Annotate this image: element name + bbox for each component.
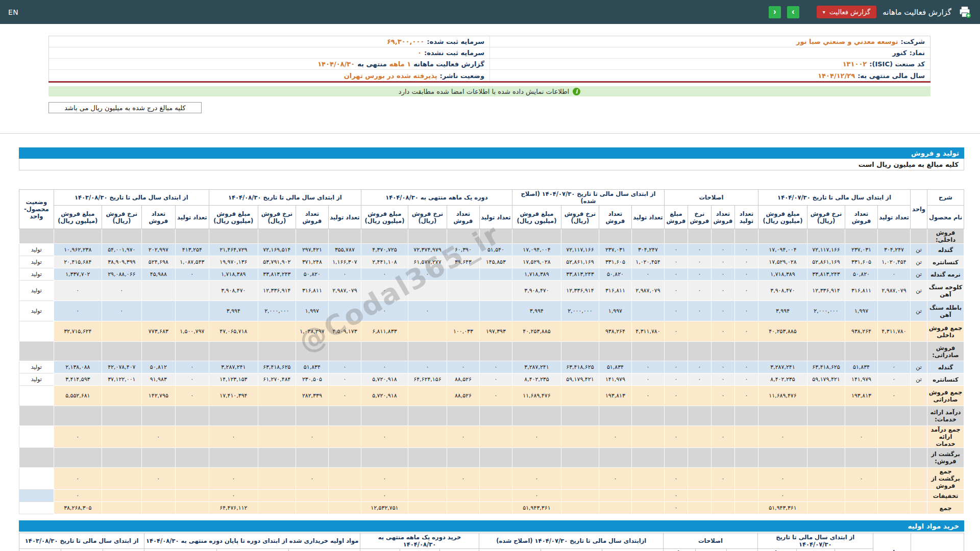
value-cell bbox=[141, 281, 175, 301]
value-cell bbox=[447, 281, 479, 301]
red-divider bbox=[48, 81, 930, 83]
next-report-button[interactable]: › bbox=[787, 6, 799, 18]
value-cell bbox=[479, 490, 512, 502]
value-cell: ۲,۴۴۱,۱۰۸ bbox=[361, 256, 408, 268]
header-subcolumn: مقدار bbox=[602, 549, 664, 551]
empty-cell bbox=[258, 229, 296, 244]
value-cell bbox=[328, 301, 361, 321]
isic-value: ۱۳۱۰۰۲ bbox=[843, 60, 867, 68]
empty-cell bbox=[209, 342, 258, 361]
header-subcolumn: تعداد تولید bbox=[878, 206, 911, 229]
report-type-label: گزارش فعالیت bbox=[829, 8, 870, 16]
value-cell: ۰ bbox=[664, 256, 688, 268]
value-cell bbox=[878, 301, 911, 321]
value-cell: ۰ bbox=[664, 426, 688, 448]
value-cell: ۰ bbox=[408, 361, 447, 373]
value-cell: ۱,۹۹۷ bbox=[845, 301, 878, 321]
value-cell bbox=[807, 426, 845, 448]
value-cell bbox=[734, 426, 758, 448]
value-cell: ۰ bbox=[664, 373, 688, 386]
value-cell: ۱,۹۹۷ bbox=[599, 301, 631, 321]
value-cell: ۳۱۶,۸۱۱ bbox=[296, 281, 328, 301]
empty-cell bbox=[479, 342, 512, 361]
value-cell: ۱۷,۵۲۹,۰۲۸ bbox=[758, 256, 807, 268]
value-cell: ۱۴۵,۸۵۳ bbox=[479, 256, 512, 268]
value-cell: ۰ bbox=[328, 268, 361, 281]
value-cell: ۰ bbox=[711, 373, 734, 386]
chevron-left-icon: ‹ bbox=[773, 7, 776, 16]
value-cell: ۵۰,۸۱۲ bbox=[141, 361, 175, 373]
symbol-label: نماد: bbox=[910, 49, 925, 57]
value-cell bbox=[845, 490, 878, 502]
status-cell bbox=[19, 468, 54, 490]
product-name-cell: جمع برگشت از فروش bbox=[927, 468, 964, 490]
value-cell: ۱۴۲,۷۹۵ bbox=[141, 386, 175, 406]
value-cell: ۳۱۶,۸۱۱ bbox=[845, 281, 878, 301]
value-cell: ۰ bbox=[664, 490, 688, 502]
value-cell: ۵۲,۸۶۱,۱۶۹ bbox=[561, 256, 599, 268]
company-value[interactable]: توسعه معدني و صنعتي صبا نور bbox=[796, 38, 898, 45]
value-cell: ۳۷,۱۲۲,۰۰۱ bbox=[102, 373, 141, 386]
value-cell bbox=[631, 301, 664, 321]
print-report-icon[interactable] bbox=[958, 6, 972, 19]
language-toggle-en[interactable]: EN bbox=[8, 8, 18, 16]
value-cell bbox=[328, 490, 361, 502]
value-cell: ۳,۹۰۸,۴۷۰ bbox=[758, 281, 807, 301]
value-cell bbox=[688, 386, 711, 406]
value-cell: ۳,۹۹۴ bbox=[758, 301, 807, 321]
value-cell: ۳۳۱,۶۰۵ bbox=[845, 256, 878, 268]
empty-cell bbox=[758, 229, 807, 244]
empty-cell bbox=[408, 406, 447, 426]
empty-cell bbox=[361, 448, 408, 468]
value-cell: ۵۱,۵۴۰ bbox=[479, 244, 512, 256]
empty-cell bbox=[512, 342, 561, 361]
value-cell bbox=[175, 281, 209, 301]
previous-report-button[interactable]: ‹ bbox=[769, 6, 781, 18]
value-cell: ۴۵,۹۸۸ bbox=[141, 268, 175, 281]
value-cell bbox=[141, 490, 175, 502]
table-row: نرمه گندلهتن۰۵۰,۸۲۰۳۳,۸۱۳,۲۴۳۱,۷۱۸,۳۸۹۰۰… bbox=[19, 268, 964, 281]
empty-cell bbox=[561, 229, 599, 244]
value-cell: ۰ bbox=[734, 386, 758, 406]
value-cell bbox=[734, 468, 758, 490]
value-cell: ۰ bbox=[175, 268, 209, 281]
empty-cell bbox=[599, 342, 631, 361]
table-row: جمع درآمد ارائه خدمات۰۰۰۰۰۰۰۰۰۰۰۰ bbox=[19, 426, 964, 448]
value-cell: ۱۷,۵۲۹,۰۲۸ bbox=[512, 256, 561, 268]
value-cell: ۰ bbox=[664, 361, 688, 373]
empty-cell bbox=[845, 342, 878, 361]
value-cell bbox=[102, 426, 141, 448]
status-cell bbox=[19, 386, 54, 406]
empty-cell bbox=[878, 448, 911, 468]
value-cell: ۱۷,۴۱۰,۳۹۴ bbox=[209, 386, 258, 406]
value-cell: ۰ bbox=[447, 361, 479, 373]
value-cell: ۰ bbox=[711, 281, 734, 301]
header-subcolumn: مقدار bbox=[440, 549, 479, 551]
value-cell: ۴,۳۱۱,۷۸۰ bbox=[631, 321, 664, 342]
purchase-table: شرحواحداز ابتدای سال مالی تا تاریخ ۱۴۰۴/… bbox=[19, 533, 964, 551]
value-cell: ۱,۷۱۸,۳۸۹ bbox=[512, 268, 561, 281]
value-cell bbox=[447, 301, 479, 321]
value-cell: ۰ bbox=[734, 301, 758, 321]
unit-cell bbox=[911, 426, 927, 448]
value-cell: ۱۴۱,۹۷۹ bbox=[845, 373, 878, 386]
empty-cell bbox=[599, 229, 631, 244]
report-type-dropdown[interactable]: گزارش فعالیت ▾ bbox=[817, 6, 876, 18]
value-cell: ۳,۹۰۸,۴۷۰ bbox=[512, 281, 561, 301]
empty-cell bbox=[631, 342, 664, 361]
value-cell bbox=[296, 490, 328, 502]
value-cell: ۲,۰۰۰,۰۰۰ bbox=[258, 301, 296, 321]
value-cell bbox=[807, 490, 845, 502]
empty-cell bbox=[631, 229, 664, 244]
status-cell: تولید bbox=[19, 301, 54, 321]
empty-cell bbox=[711, 448, 734, 468]
top-bar: گزارش فعالیت ماهانه گزارش فعالیت ▾ › ‹ E… bbox=[0, 0, 980, 24]
status-cell: تولید bbox=[19, 244, 54, 256]
value-cell: ۰ bbox=[175, 373, 209, 386]
value-cell bbox=[102, 502, 141, 514]
value-cell bbox=[807, 321, 845, 342]
value-cell: ۲۳۷,۰۳۱ bbox=[599, 244, 631, 256]
value-cell bbox=[599, 490, 631, 502]
value-cell: ۰ bbox=[711, 268, 734, 281]
empty-cell bbox=[54, 342, 102, 361]
